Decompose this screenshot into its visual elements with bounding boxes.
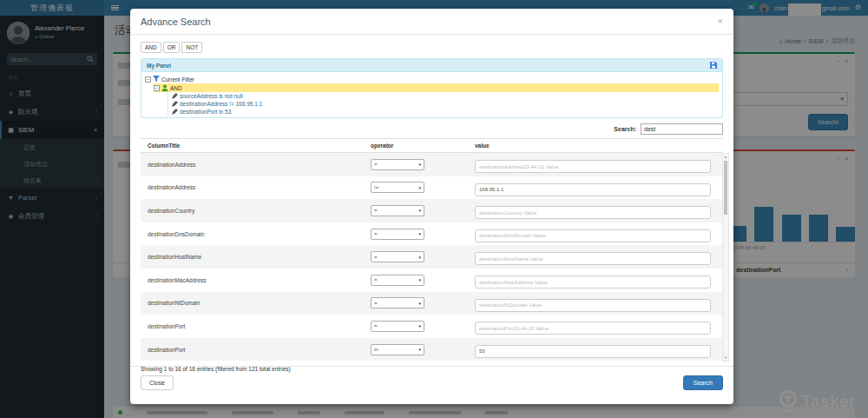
close-icon[interactable]: ×: [718, 17, 723, 34]
caret-down-icon: ▾: [418, 185, 421, 190]
operator-select[interactable]: =▾: [371, 275, 424, 286]
table-scrollbar[interactable]: ▲ ▼: [722, 153, 729, 362]
collapse-toggle-icon[interactable]: −: [145, 76, 151, 83]
table-filter: Search:: [141, 123, 723, 135]
table-row: destinationPort in▾: [141, 338, 723, 362]
or-button[interactable]: OR: [163, 42, 181, 53]
column-header-operator[interactable]: operator: [371, 143, 475, 149]
operator-select[interactable]: =▾: [371, 321, 424, 332]
operator-select[interactable]: =▾: [371, 229, 424, 240]
modal-header: Advance Search ×: [130, 9, 733, 35]
tree-node-root[interactable]: − Current Filter: [145, 75, 719, 83]
caret-down-icon: ▾: [418, 323, 421, 328]
caret-down-icon: ▾: [418, 162, 421, 167]
table-row: destinationAddress =▾: [141, 153, 723, 176]
watermark: Tasker: [778, 389, 856, 413]
tree-leaf-condition[interactable]: destinationPort in 53: [168, 108, 719, 116]
table-row: destinationAddress !=▾: [141, 176, 723, 200]
group-icon: [161, 84, 168, 91]
caret-down-icon: ▾: [418, 347, 421, 352]
pencil-icon: [172, 93, 178, 99]
caret-down-icon: ▾: [418, 255, 421, 260]
value-input[interactable]: [475, 275, 711, 289]
scroll-down-icon[interactable]: ▼: [723, 355, 728, 360]
value-input[interactable]: [475, 322, 711, 335]
filter-funnel-icon: [153, 76, 160, 83]
value-input[interactable]: [475, 299, 711, 312]
table-search-input[interactable]: [641, 123, 723, 135]
table-row: destinationDnsDomain =▾: [141, 222, 723, 246]
value-input[interactable]: [475, 229, 711, 242]
value-input[interactable]: [475, 160, 711, 173]
my-panel: My Panel − Current Filter − AND: [141, 58, 723, 118]
operator-select[interactable]: !=▾: [371, 182, 424, 193]
save-icon[interactable]: [710, 62, 717, 69]
filter-tree: − Current Filter − AND sourceAddress is …: [141, 72, 722, 117]
operator-select[interactable]: in▾: [371, 344, 424, 355]
scrollbar-thumb[interactable]: [724, 161, 727, 215]
advance-search-modal: Advance Search × AND OR NOT My Panel −: [130, 9, 733, 404]
modal-title: Advance Search: [141, 17, 211, 34]
search-label: Search:: [614, 126, 636, 132]
pencil-icon: [172, 101, 178, 107]
tree-node-and-group[interactable]: − AND: [154, 83, 719, 92]
my-panel-header: My Panel: [141, 59, 722, 72]
table-row: destinationMacAddress =▾: [141, 269, 723, 292]
caret-down-icon: ▾: [418, 231, 421, 236]
modal-footer: Close Search: [130, 366, 733, 404]
table-row: destinationNtDomain =▾: [141, 292, 723, 315]
table-row: destinationPort =▾: [141, 315, 723, 338]
tree-leaf-condition[interactable]: destinationAddress != 168.95.1.1: [168, 100, 719, 108]
value-input[interactable]: [475, 206, 711, 219]
operator-select[interactable]: =▾: [371, 251, 424, 262]
modal-body: AND OR NOT My Panel − Current Filter: [130, 35, 733, 372]
operator-select[interactable]: =▾: [371, 159, 424, 170]
caret-down-icon: ▾: [418, 301, 421, 306]
columns-table: ColumnTitle operator value destinationAd…: [141, 138, 723, 362]
value-input[interactable]: [475, 252, 711, 265]
caret-down-icon: ▾: [418, 208, 421, 213]
table-row: destinationHostName =▾: [141, 245, 723, 269]
operator-select[interactable]: =▾: [371, 205, 424, 216]
tree-leaf-condition[interactable]: sourceAddress is not null: [168, 92, 719, 100]
not-button[interactable]: NOT: [181, 42, 202, 53]
pencil-icon: [172, 109, 178, 115]
column-header-value[interactable]: value: [475, 143, 723, 149]
screen: 管理儀表板 ✉ chengmail.com ⚙ Alexander Pierce…: [0, 0, 868, 418]
search-button[interactable]: Search: [683, 375, 723, 390]
and-button[interactable]: AND: [141, 42, 161, 53]
collapse-toggle-icon[interactable]: −: [154, 85, 160, 91]
column-header-name[interactable]: ColumnTitle: [141, 143, 371, 149]
logic-button-group: AND OR NOT: [141, 42, 723, 53]
caret-down-icon: ▾: [418, 277, 421, 282]
close-button[interactable]: Close: [141, 375, 174, 390]
value-input[interactable]: [475, 183, 711, 196]
scroll-up-icon[interactable]: ▲: [723, 155, 728, 159]
my-panel-title: My Panel: [147, 63, 171, 69]
value-input[interactable]: [475, 345, 711, 358]
operator-select[interactable]: =▾: [371, 297, 424, 309]
table-row: destinationCountry =▾: [141, 199, 723, 222]
table-header-row: ColumnTitle operator value: [141, 139, 723, 153]
tasker-logo-icon: [778, 389, 799, 413]
watermark-label: Tasker: [801, 392, 856, 411]
table-body: destinationAddress =▾ destinationAddress…: [141, 153, 723, 362]
